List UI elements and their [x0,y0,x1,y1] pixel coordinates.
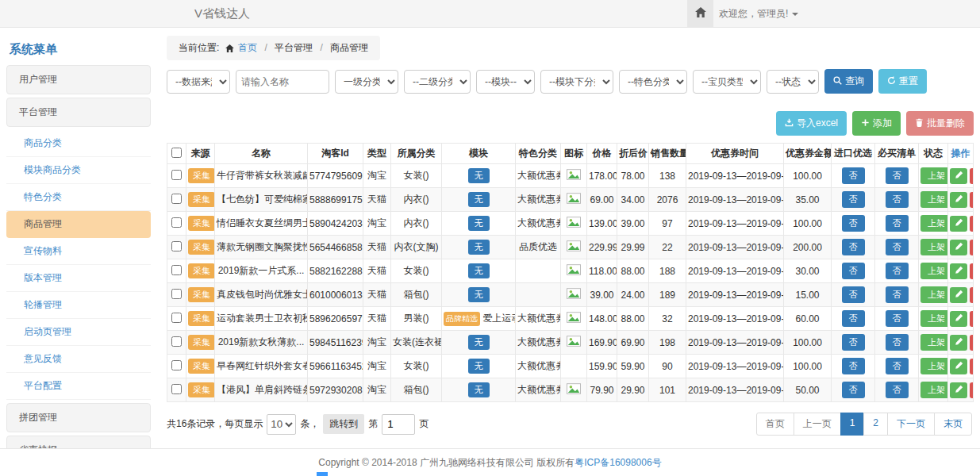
batch-delete-button[interactable]: 批量删除 [906,111,974,136]
status-button[interactable]: 上架 [920,382,948,398]
per-page-select[interactable]: 10 [267,414,296,435]
delete-button[interactable] [970,359,974,374]
row-checkbox[interactable] [171,194,182,204]
sidebar-item-user-mgmt[interactable]: 用户管理 [6,65,151,94]
data-source-select[interactable]: --数据来源-- [167,70,230,94]
import-select-toggle[interactable]: 否 [842,334,865,351]
import-select-toggle[interactable]: 否 [842,358,865,374]
must-buy-toggle[interactable]: 否 [886,358,909,374]
status-button[interactable]: 上架 [920,334,948,351]
sidebar-item-feature-category[interactable]: 特色分类 [6,184,151,211]
import-select-toggle[interactable]: 否 [842,191,865,208]
delete-button[interactable] [970,192,974,208]
sidebar-item-promo-material[interactable]: 宣传物料 [6,238,151,265]
icp-link[interactable]: 粤ICP备16098006号 [575,457,661,468]
row-checkbox[interactable] [171,265,182,275]
must-buy-toggle[interactable]: 否 [886,263,909,279]
pager-next[interactable]: 下一页 [887,413,935,436]
module-select[interactable]: --模块-- [476,70,535,94]
edit-button[interactable] [950,287,967,303]
row-checkbox[interactable] [171,241,182,251]
status-button[interactable]: 上架 [920,358,948,374]
import-select-toggle[interactable]: 否 [842,286,865,303]
select-all-checkbox[interactable] [171,148,182,158]
page-number-input[interactable] [382,414,415,435]
status-button[interactable]: 上架 [920,191,948,208]
row-checkbox[interactable] [171,170,182,180]
edit-button[interactable] [950,263,967,279]
row-checkbox[interactable] [171,384,182,394]
home-button[interactable] [687,0,713,27]
edit-button[interactable] [950,240,967,255]
must-buy-toggle[interactable]: 否 [886,334,909,351]
edit-button[interactable] [950,168,967,184]
delete-button[interactable] [970,240,974,255]
status-button[interactable]: 上架 [920,310,948,327]
pager-first[interactable]: 首页 [756,413,794,436]
jump-button[interactable]: 跳转到 [323,414,364,434]
row-checkbox[interactable] [171,217,182,228]
must-buy-toggle[interactable]: 否 [886,239,909,255]
import-select-toggle[interactable]: 否 [842,239,865,255]
status-button[interactable]: 上架 [920,263,948,279]
status-button[interactable]: 上架 [920,215,948,232]
must-buy-toggle[interactable]: 否 [886,286,909,303]
sidebar-item-module-goods-category[interactable]: 模块商品分类 [6,157,151,184]
import-select-toggle[interactable]: 否 [842,167,865,184]
delete-button[interactable] [970,311,974,327]
edit-button[interactable] [950,216,967,232]
item-type-select[interactable]: --宝贝类型-- [693,70,761,94]
import-select-toggle[interactable]: 否 [842,263,865,279]
feature-category-select[interactable]: --特色分类-- [619,70,687,94]
edit-button[interactable] [950,359,967,374]
pager-page-2[interactable]: 2 [863,413,888,436]
status-button[interactable]: 上架 [920,167,948,184]
sidebar-item-carousel-mgmt[interactable]: 轮播管理 [6,292,151,319]
sidebar-item-goods-category[interactable]: 商品分类 [6,130,151,157]
edit-button[interactable] [950,382,967,398]
sidebar-item-group-buy-mgmt[interactable]: 拼团管理 [6,403,151,432]
import-select-toggle[interactable]: 否 [842,215,865,232]
sidebar-item-feedback[interactable]: 意见反馈 [6,346,151,373]
delete-button[interactable] [970,382,974,398]
sidebar-item-splash-mgmt[interactable]: 启动页管理 [6,319,151,346]
row-checkbox[interactable] [171,289,182,299]
breadcrumb-home-link[interactable]: 首页 [238,42,257,53]
module-sub-select[interactable]: --模块下分类-- [540,70,613,94]
level1-category-select[interactable]: 一级分类 [335,70,398,94]
edit-button[interactable] [950,311,967,327]
delete-button[interactable] [970,168,974,184]
delete-button[interactable] [970,287,974,303]
pager-last[interactable]: 末页 [934,413,972,436]
import-excel-button[interactable]: 导入excel [776,111,847,136]
user-menu[interactable]: 欢迎您，管理员! [719,7,798,21]
reset-button[interactable]: 重置 [878,69,927,94]
add-button[interactable]: 添加 [852,111,901,136]
sidebar-item-version-mgmt[interactable]: 版本管理 [6,265,151,292]
delete-button[interactable] [970,216,974,232]
must-buy-toggle[interactable]: 否 [886,310,909,327]
search-button[interactable]: 查询 [824,69,873,94]
name-search-input[interactable] [236,70,329,94]
row-checkbox[interactable] [171,360,182,370]
pager-prev[interactable]: 上一页 [794,413,841,436]
delete-button[interactable] [970,335,974,351]
delete-button[interactable] [970,263,974,279]
must-buy-toggle[interactable]: 否 [886,382,909,398]
must-buy-toggle[interactable]: 否 [886,215,909,232]
sidebar-item-platform-mgmt[interactable]: 平台管理 [6,98,151,127]
edit-button[interactable] [950,335,967,351]
status-select[interactable]: --状态-- [767,70,819,94]
row-checkbox[interactable] [171,313,182,323]
status-button[interactable]: 上架 [920,286,948,303]
pager-page-1[interactable]: 1 [840,413,865,436]
sidebar-item-savings-express[interactable]: 省惠快报 [6,436,151,448]
edit-button[interactable] [950,192,967,208]
row-checkbox[interactable] [171,336,182,347]
sidebar-item-platform-config[interactable]: 平台配置 [6,373,151,400]
level2-category-select[interactable]: --二级分类-- [404,70,471,94]
must-buy-toggle[interactable]: 否 [886,191,909,208]
status-button[interactable]: 上架 [920,239,948,255]
import-select-toggle[interactable]: 否 [842,382,865,398]
import-select-toggle[interactable]: 否 [842,310,865,327]
